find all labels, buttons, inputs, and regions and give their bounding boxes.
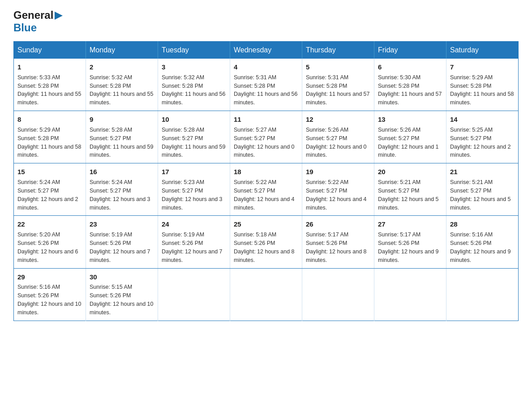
- calendar-cell: 1 Sunrise: 5:33 AMSunset: 5:28 PMDayligh…: [14, 59, 86, 111]
- calendar-cell: 27 Sunrise: 5:17 AMSunset: 5:26 PMDaylig…: [374, 216, 446, 268]
- day-number: 29: [17, 272, 82, 282]
- calendar-week-row: 15 Sunrise: 5:24 AMSunset: 5:27 PMDaylig…: [14, 163, 519, 216]
- day-number: 7: [450, 62, 515, 72]
- day-info: Sunrise: 5:18 AMSunset: 5:26 PMDaylight:…: [234, 231, 295, 263]
- day-info: Sunrise: 5:21 AMSunset: 5:27 PMDaylight:…: [378, 179, 439, 211]
- day-number: 16: [90, 167, 154, 177]
- calendar-cell: 17 Sunrise: 5:23 AMSunset: 5:27 PMDaylig…: [158, 163, 230, 216]
- day-number: 26: [306, 219, 370, 229]
- weekday-header-friday: Friday: [374, 42, 446, 59]
- day-number: 23: [90, 219, 154, 229]
- weekday-header-thursday: Thursday: [302, 42, 374, 59]
- calendar-cell: 16 Sunrise: 5:24 AMSunset: 5:27 PMDaylig…: [86, 163, 158, 216]
- calendar-week-row: 29 Sunrise: 5:16 AMSunset: 5:26 PMDaylig…: [14, 268, 519, 321]
- logo-triangle-icon: [55, 12, 63, 20]
- logo: General Blue: [13, 9, 63, 34]
- calendar-cell: 30 Sunrise: 5:15 AMSunset: 5:26 PMDaylig…: [86, 268, 158, 321]
- weekday-header-row: SundayMondayTuesdayWednesdayThursdayFrid…: [14, 42, 519, 59]
- day-number: 6: [378, 62, 442, 72]
- logo-blue-text: Blue: [13, 21, 37, 34]
- calendar-cell: 29 Sunrise: 5:16 AMSunset: 5:26 PMDaylig…: [14, 268, 86, 321]
- day-info: Sunrise: 5:32 AMSunset: 5:28 PMDaylight:…: [162, 74, 225, 106]
- day-info: Sunrise: 5:19 AMSunset: 5:26 PMDaylight:…: [90, 231, 150, 263]
- day-number: 4: [234, 62, 298, 72]
- day-info: Sunrise: 5:32 AMSunset: 5:28 PMDaylight:…: [90, 74, 153, 106]
- page-header: General Blue: [13, 9, 519, 34]
- day-info: Sunrise: 5:20 AMSunset: 5:26 PMDaylight:…: [17, 231, 78, 263]
- calendar-cell: 14 Sunrise: 5:25 AMSunset: 5:27 PMDaylig…: [446, 111, 519, 163]
- day-info: Sunrise: 5:21 AMSunset: 5:27 PMDaylight:…: [450, 179, 511, 211]
- day-info: Sunrise: 5:24 AMSunset: 5:27 PMDaylight:…: [17, 179, 78, 211]
- day-info: Sunrise: 5:19 AMSunset: 5:26 PMDaylight:…: [162, 231, 223, 263]
- calendar-cell: 2 Sunrise: 5:32 AMSunset: 5:28 PMDayligh…: [86, 59, 158, 111]
- day-info: Sunrise: 5:22 AMSunset: 5:27 PMDaylight:…: [306, 179, 367, 211]
- calendar-week-row: 8 Sunrise: 5:29 AMSunset: 5:28 PMDayligh…: [14, 111, 519, 163]
- day-number: 30: [90, 272, 154, 282]
- day-number: 5: [306, 62, 370, 72]
- calendar-cell: 9 Sunrise: 5:28 AMSunset: 5:27 PMDayligh…: [86, 111, 158, 163]
- day-number: 2: [90, 62, 154, 72]
- day-info: Sunrise: 5:30 AMSunset: 5:28 PMDaylight:…: [378, 74, 442, 106]
- calendar-cell: [374, 268, 446, 321]
- day-info: Sunrise: 5:22 AMSunset: 5:27 PMDaylight:…: [234, 179, 295, 211]
- weekday-header-tuesday: Tuesday: [158, 42, 230, 59]
- calendar-table: SundayMondayTuesdayWednesdayThursdayFrid…: [13, 41, 519, 321]
- calendar-cell: [230, 268, 302, 321]
- day-info: Sunrise: 5:29 AMSunset: 5:28 PMDaylight:…: [17, 127, 81, 158]
- day-number: 13: [378, 115, 442, 124]
- logo-general-text: General: [13, 9, 53, 21]
- calendar-cell: 21 Sunrise: 5:21 AMSunset: 5:27 PMDaylig…: [446, 163, 519, 216]
- day-number: 21: [450, 167, 515, 177]
- day-number: 14: [450, 115, 515, 124]
- svg-marker-0: [55, 12, 63, 20]
- calendar-cell: 7 Sunrise: 5:29 AMSunset: 5:28 PMDayligh…: [446, 59, 519, 111]
- weekday-header-wednesday: Wednesday: [230, 42, 302, 59]
- day-info: Sunrise: 5:24 AMSunset: 5:27 PMDaylight:…: [90, 179, 150, 211]
- day-info: Sunrise: 5:23 AMSunset: 5:27 PMDaylight:…: [162, 179, 223, 211]
- day-info: Sunrise: 5:28 AMSunset: 5:27 PMDaylight:…: [162, 127, 225, 158]
- weekday-header-monday: Monday: [86, 42, 158, 59]
- calendar-cell: 12 Sunrise: 5:26 AMSunset: 5:27 PMDaylig…: [302, 111, 374, 163]
- day-info: Sunrise: 5:31 AMSunset: 5:28 PMDaylight:…: [234, 74, 297, 106]
- day-info: Sunrise: 5:16 AMSunset: 5:26 PMDaylight:…: [450, 231, 511, 263]
- calendar-cell: [446, 268, 519, 321]
- day-number: 20: [378, 167, 442, 177]
- day-number: 12: [306, 115, 370, 124]
- day-info: Sunrise: 5:15 AMSunset: 5:26 PMDaylight:…: [90, 284, 153, 316]
- calendar-cell: 23 Sunrise: 5:19 AMSunset: 5:26 PMDaylig…: [86, 216, 158, 268]
- day-number: 17: [162, 167, 226, 177]
- day-number: 10: [162, 115, 226, 124]
- calendar-week-row: 22 Sunrise: 5:20 AMSunset: 5:26 PMDaylig…: [14, 216, 519, 268]
- calendar-cell: 6 Sunrise: 5:30 AMSunset: 5:28 PMDayligh…: [374, 59, 446, 111]
- day-number: 3: [162, 62, 226, 72]
- day-number: 9: [90, 115, 154, 124]
- day-info: Sunrise: 5:16 AMSunset: 5:26 PMDaylight:…: [17, 284, 81, 316]
- weekday-header-sunday: Sunday: [14, 42, 86, 59]
- calendar-cell: [302, 268, 374, 321]
- day-info: Sunrise: 5:28 AMSunset: 5:27 PMDaylight:…: [90, 127, 153, 158]
- calendar-cell: 24 Sunrise: 5:19 AMSunset: 5:26 PMDaylig…: [158, 216, 230, 268]
- day-info: Sunrise: 5:17 AMSunset: 5:26 PMDaylight:…: [306, 231, 367, 263]
- calendar-cell: [158, 268, 230, 321]
- calendar-cell: 5 Sunrise: 5:31 AMSunset: 5:28 PMDayligh…: [302, 59, 374, 111]
- calendar-week-row: 1 Sunrise: 5:33 AMSunset: 5:28 PMDayligh…: [14, 59, 519, 111]
- day-number: 11: [234, 115, 298, 124]
- day-number: 1: [17, 62, 82, 72]
- day-number: 27: [378, 219, 442, 229]
- day-info: Sunrise: 5:29 AMSunset: 5:28 PMDaylight:…: [450, 74, 514, 106]
- calendar-cell: 3 Sunrise: 5:32 AMSunset: 5:28 PMDayligh…: [158, 59, 230, 111]
- day-info: Sunrise: 5:31 AMSunset: 5:28 PMDaylight:…: [306, 74, 369, 106]
- calendar-cell: 26 Sunrise: 5:17 AMSunset: 5:26 PMDaylig…: [302, 216, 374, 268]
- day-info: Sunrise: 5:17 AMSunset: 5:26 PMDaylight:…: [378, 231, 439, 263]
- day-info: Sunrise: 5:25 AMSunset: 5:27 PMDaylight:…: [450, 127, 511, 158]
- day-info: Sunrise: 5:26 AMSunset: 5:27 PMDaylight:…: [378, 127, 439, 158]
- day-number: 25: [234, 219, 298, 229]
- day-number: 24: [162, 219, 226, 229]
- day-number: 19: [306, 167, 370, 177]
- day-info: Sunrise: 5:26 AMSunset: 5:27 PMDaylight:…: [306, 127, 367, 158]
- calendar-cell: 25 Sunrise: 5:18 AMSunset: 5:26 PMDaylig…: [230, 216, 302, 268]
- day-number: 8: [17, 115, 82, 124]
- calendar-cell: 11 Sunrise: 5:27 AMSunset: 5:27 PMDaylig…: [230, 111, 302, 163]
- day-number: 22: [17, 219, 82, 229]
- calendar-cell: 28 Sunrise: 5:16 AMSunset: 5:26 PMDaylig…: [446, 216, 519, 268]
